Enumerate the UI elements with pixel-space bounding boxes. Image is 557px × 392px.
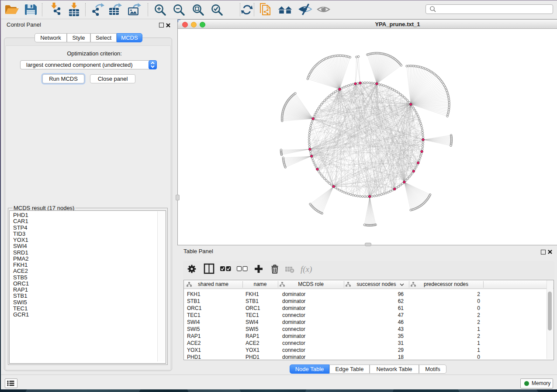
svg-text:f(x): f(x): [301, 265, 312, 274]
